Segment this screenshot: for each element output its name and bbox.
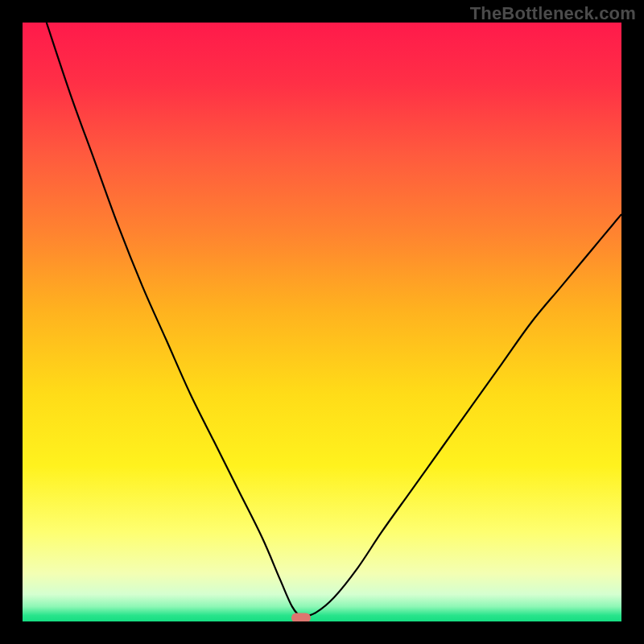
plot-area [23,23,621,621]
bottleneck-chart [23,23,621,621]
chart-frame: TheBottleneck.com [0,0,644,644]
watermark-text: TheBottleneck.com [470,3,636,24]
minimum-marker [291,613,311,621]
